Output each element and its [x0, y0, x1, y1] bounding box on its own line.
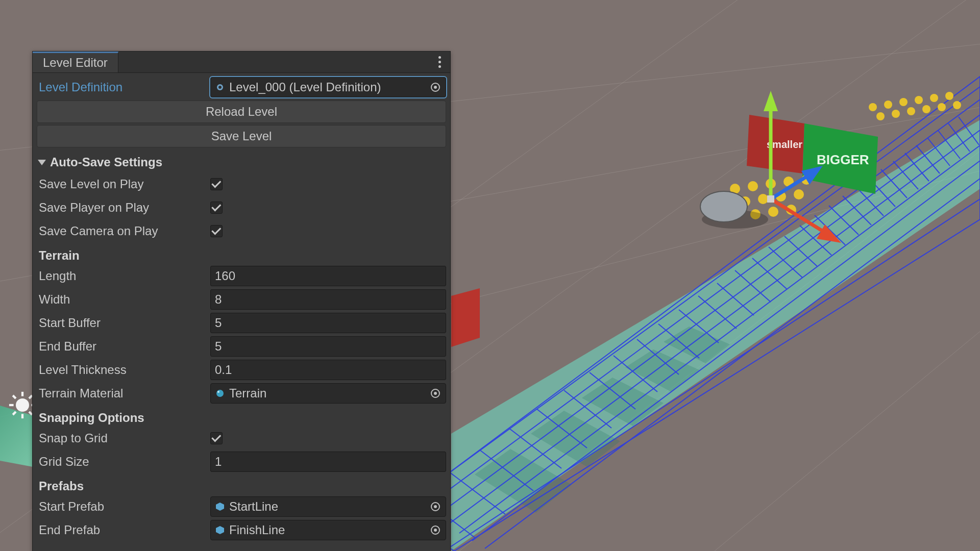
prefab-icon	[215, 502, 225, 512]
snapping-heading: Snapping Options	[39, 411, 446, 425]
snap-to-grid-checkbox[interactable]	[210, 432, 223, 444]
end-prefab-picker[interactable]	[428, 523, 443, 537]
save-level-on-play-label: Save Level on Play	[37, 177, 210, 191]
save-player-on-play-label: Save Player on Play	[37, 201, 210, 215]
svg-rect-90	[767, 195, 774, 203]
svg-point-62	[930, 94, 938, 102]
tab-level-editor[interactable]: Level Editor	[33, 52, 118, 72]
svg-point-66	[907, 107, 915, 115]
level-thickness-input[interactable]	[215, 363, 442, 377]
kebab-menu-icon	[438, 56, 441, 68]
autosave-heading: Auto-Save Settings	[50, 155, 162, 169]
svg-point-60	[899, 98, 908, 106]
panel-menu-button[interactable]	[429, 52, 450, 72]
save-level-label: Save Level	[211, 129, 272, 143]
level-editor-panel: Level Editor Level Definition Level_000 …	[32, 51, 451, 551]
svg-point-110	[434, 505, 437, 508]
grid-size-input[interactable]	[215, 455, 442, 469]
svg-marker-111	[216, 526, 224, 534]
start-buffer-label: Start Buffer	[37, 316, 210, 330]
level-thickness-label: Level Thickness	[37, 363, 210, 377]
svg-point-104	[216, 390, 224, 397]
terrain-heading: Terrain	[39, 248, 446, 263]
svg-point-68	[938, 103, 946, 111]
svg-point-103	[434, 86, 437, 89]
svg-point-65	[892, 110, 900, 118]
terrain-material-label: Terrain Material	[37, 386, 210, 400]
prefab-icon	[215, 525, 225, 535]
start-prefab-field[interactable]: StartLine	[210, 496, 446, 517]
prefabs-heading: Prefabs	[39, 479, 446, 493]
material-icon	[215, 388, 225, 398]
player	[700, 191, 747, 222]
scriptable-object-icon	[215, 82, 225, 92]
svg-point-61	[915, 96, 923, 104]
end-prefab-field[interactable]: FinishLine	[210, 520, 446, 540]
length-input[interactable]	[215, 269, 442, 283]
start-prefab-value: StartLine	[229, 499, 424, 514]
target-icon	[430, 82, 441, 93]
svg-point-113	[434, 529, 437, 532]
start-buffer-input[interactable]	[215, 316, 442, 330]
svg-line-97	[29, 412, 32, 415]
svg-point-80	[768, 207, 778, 217]
save-level-on-play-checkbox[interactable]	[210, 178, 223, 190]
length-field[interactable]	[210, 266, 446, 286]
svg-line-99	[13, 412, 16, 415]
snap-to-grid-label: Snap to Grid	[37, 431, 210, 445]
target-icon	[430, 388, 441, 399]
svg-marker-53	[451, 288, 480, 347]
svg-point-64	[876, 112, 885, 120]
svg-point-105	[217, 391, 219, 393]
object-picker-button[interactable]	[428, 80, 443, 94]
svg-point-69	[953, 101, 961, 109]
end-buffer-field[interactable]	[210, 336, 446, 357]
reload-level-label: Reload Level	[206, 105, 277, 119]
start-prefab-label: Start Prefab	[37, 499, 210, 514]
svg-point-59	[884, 101, 892, 109]
level-definition-field[interactable]: Level_000 (Level Definition)	[210, 77, 446, 97]
svg-line-96	[13, 395, 16, 398]
target-icon	[430, 501, 441, 512]
end-buffer-input[interactable]	[215, 339, 442, 354]
svg-text:BIGGER: BIGGER	[817, 152, 869, 167]
end-buffer-label: End Buffer	[37, 339, 210, 354]
level-thickness-field[interactable]	[210, 360, 446, 380]
material-picker-button[interactable]	[428, 386, 443, 400]
svg-point-76	[758, 194, 768, 204]
svg-line-98	[29, 395, 32, 398]
autosave-foldout[interactable]: Auto-Save Settings	[37, 152, 446, 173]
reload-level-button[interactable]: Reload Level	[37, 101, 446, 123]
level-definition-value: Level_000 (Level Definition)	[229, 80, 424, 94]
end-prefab-value: FinishLine	[229, 523, 424, 537]
grid-size-label: Grid Size	[37, 455, 210, 469]
foldout-triangle-icon	[38, 160, 46, 165]
svg-point-63	[945, 92, 953, 100]
terrain-material-field[interactable]: Terrain	[210, 383, 446, 404]
length-label: Length	[37, 269, 210, 283]
grid-size-field[interactable]	[210, 452, 446, 472]
svg-point-91	[16, 398, 29, 412]
svg-marker-108	[216, 503, 224, 511]
width-input[interactable]	[215, 292, 442, 307]
tab-strip: Level Editor	[33, 52, 450, 73]
terrain-material-value: Terrain	[229, 386, 424, 400]
svg-point-101	[218, 86, 222, 89]
svg-point-71	[748, 181, 758, 191]
level-definition-label: Level Definition	[37, 80, 210, 94]
tab-label: Level Editor	[43, 56, 108, 70]
gate-red: smaller	[747, 115, 804, 173]
svg-point-78	[794, 189, 804, 199]
save-player-on-play-checkbox[interactable]	[210, 202, 223, 214]
start-buffer-field[interactable]	[210, 313, 446, 333]
save-level-button[interactable]: Save Level	[37, 125, 446, 147]
start-prefab-picker[interactable]	[428, 499, 443, 514]
width-field[interactable]	[210, 289, 446, 310]
save-camera-on-play-checkbox[interactable]	[210, 225, 223, 237]
end-prefab-label: End Prefab	[37, 523, 210, 537]
svg-point-58	[869, 103, 877, 111]
width-label: Width	[37, 292, 210, 307]
gate-near-red	[451, 288, 480, 347]
save-camera-on-play-label: Save Camera on Play	[37, 224, 210, 238]
svg-point-67	[922, 105, 930, 113]
